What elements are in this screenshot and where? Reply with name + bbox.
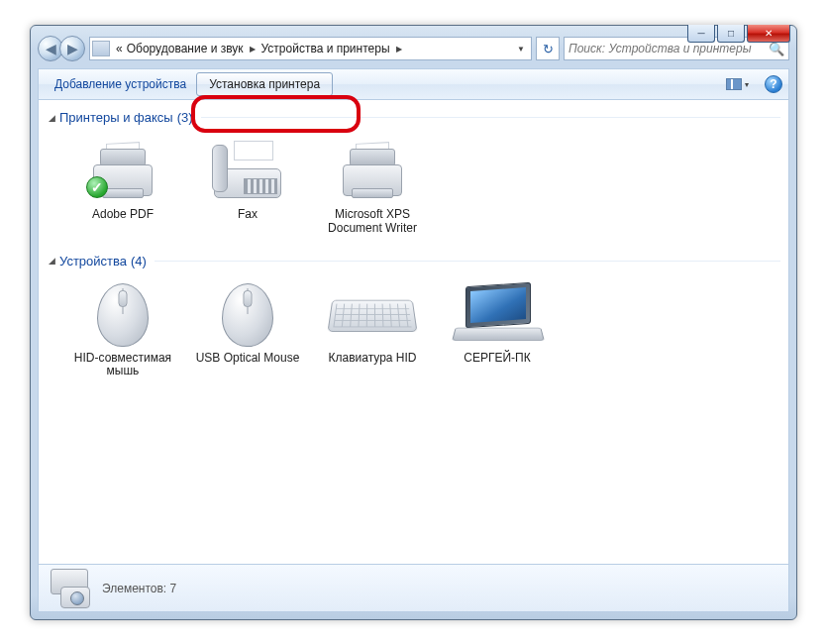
device-fax[interactable]: Fax bbox=[189, 135, 306, 240]
chevron-right-icon[interactable]: ▶ bbox=[392, 45, 406, 54]
mouse-icon bbox=[79, 282, 166, 348]
group-count: (3) bbox=[177, 110, 193, 125]
close-button[interactable]: ✕ bbox=[747, 25, 790, 43]
window-controls: ─ □ ✕ bbox=[687, 25, 790, 43]
device-label: Microsoft XPS Document Writer bbox=[316, 208, 429, 236]
help-button[interactable]: ? bbox=[765, 75, 782, 93]
device-label: Fax bbox=[191, 208, 304, 222]
group-count: (4) bbox=[131, 254, 147, 268]
group-header-devices[interactable]: ◢ Устройства (4) bbox=[47, 250, 780, 272]
minimize-button[interactable]: ─ bbox=[687, 25, 715, 43]
forward-button[interactable]: ▶ bbox=[59, 36, 85, 61]
group-title: Устройства bbox=[59, 254, 127, 268]
item-count-label: Элементов: 7 bbox=[102, 582, 176, 595]
view-options-button[interactable]: ▾ bbox=[720, 75, 755, 93]
nav-buttons: ◀ ▶ bbox=[38, 36, 85, 61]
chevron-down-icon: ▾ bbox=[745, 80, 749, 89]
fax-icon bbox=[204, 139, 291, 204]
group-header-printers[interactable]: ◢ Принтеры и факсы (3) bbox=[47, 106, 780, 129]
device-computer[interactable]: СЕРГЕЙ-ПК bbox=[439, 278, 556, 383]
device-label: Клавиатура HID bbox=[316, 352, 429, 366]
laptop-icon bbox=[454, 282, 541, 348]
collapse-icon: ◢ bbox=[49, 113, 55, 123]
address-dropdown-icon[interactable]: ▼ bbox=[513, 45, 529, 54]
device-xps-writer[interactable]: Microsoft XPS Document Writer bbox=[314, 135, 431, 240]
chevron-right-icon[interactable]: ▶ bbox=[246, 45, 259, 54]
nav-row: ◀ ▶ « Оборудование и звук ▶ Устройства и… bbox=[38, 33, 789, 64]
printer-icon bbox=[329, 139, 416, 204]
search-input[interactable] bbox=[569, 42, 769, 55]
toolbar-right: ▾ ? bbox=[720, 75, 782, 93]
device-label: Adobe PDF bbox=[66, 208, 179, 222]
devices-icon bbox=[92, 41, 110, 56]
add-device-button[interactable]: Добавление устройства bbox=[45, 73, 196, 95]
device-adobe-pdf[interactable]: ✓ Adobe PDF bbox=[64, 135, 181, 240]
device-label: USB Optical Mouse bbox=[191, 352, 304, 366]
device-usb-mouse[interactable]: USB Optical Mouse bbox=[189, 278, 306, 383]
printer-icon: ✓ bbox=[79, 139, 166, 204]
collapse-icon: ◢ bbox=[49, 256, 55, 266]
group-title: Принтеры и факсы bbox=[59, 110, 173, 125]
keyboard-icon bbox=[329, 282, 416, 348]
command-bar: Добавление устройства Установка принтера… bbox=[38, 68, 789, 100]
default-check-icon: ✓ bbox=[86, 176, 108, 198]
devices-items: HID-совместимая мышь USB Optical Mouse К… bbox=[47, 272, 780, 393]
content-area: ◢ Принтеры и факсы (3) ✓ Adobe PDF Fax bbox=[38, 100, 789, 565]
device-hid-keyboard[interactable]: Клавиатура HID bbox=[314, 278, 431, 383]
explorer-window: ─ □ ✕ ◀ ▶ « Оборудование и звук ▶ Устрой… bbox=[30, 25, 797, 620]
breadcrumb-segment-devices[interactable]: Устройства и принтеры bbox=[259, 42, 392, 55]
view-icon bbox=[726, 78, 742, 90]
maximize-button[interactable]: □ bbox=[717, 25, 745, 43]
devices-summary-icon bbox=[47, 569, 94, 608]
breadcrumb-segment-hardware[interactable]: Оборудование и звук bbox=[125, 42, 246, 55]
search-icon[interactable]: 🔍 bbox=[769, 42, 784, 56]
breadcrumb-prefix[interactable]: « bbox=[114, 42, 125, 55]
device-label: СЕРГЕЙ-ПК bbox=[441, 352, 554, 366]
device-label: HID-совместимая мышь bbox=[66, 352, 179, 379]
add-printer-button[interactable]: Установка принтера bbox=[196, 72, 333, 96]
refresh-button[interactable]: ↻ bbox=[536, 37, 560, 60]
details-pane: Элементов: 7 bbox=[38, 565, 789, 612]
printers-items: ✓ Adobe PDF Fax Microsoft XPS Document W… bbox=[47, 129, 780, 250]
device-hid-mouse[interactable]: HID-совместимая мышь bbox=[64, 278, 181, 383]
mouse-icon bbox=[204, 282, 291, 348]
address-bar[interactable]: « Оборудование и звук ▶ Устройства и при… bbox=[89, 37, 532, 60]
